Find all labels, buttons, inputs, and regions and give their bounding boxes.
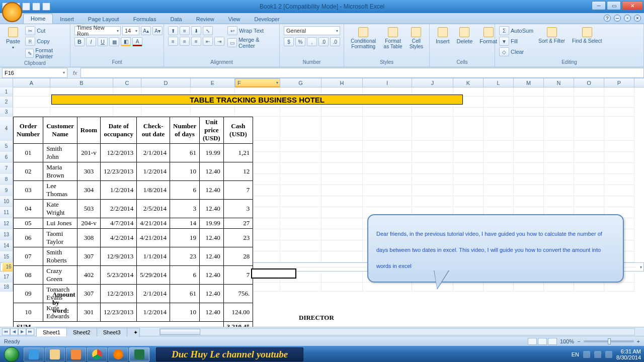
row-header[interactable]: 7 — [0, 163, 13, 174]
zoom-slider[interactable] — [584, 340, 634, 342]
column-header-A[interactable]: A — [13, 78, 50, 87]
column-header-F[interactable]: F — [235, 78, 280, 87]
decrease-font-icon[interactable]: A▾ — [152, 26, 163, 35]
column-header-O[interactable]: O — [574, 78, 604, 87]
row-header[interactable]: 18 — [0, 283, 13, 292]
merge-center-label[interactable]: Merge & Center — [238, 37, 275, 49]
autosum-label[interactable]: AutoSum — [511, 28, 533, 34]
row-header[interactable]: 9 — [0, 185, 13, 196]
row-header[interactable]: 3 — [0, 108, 13, 117]
cell-styles-button[interactable]: Cell Styles — [408, 26, 425, 50]
column-header-D[interactable]: D — [141, 78, 191, 87]
row-header[interactable]: 15 — [0, 251, 13, 262]
comma-icon[interactable]: , — [307, 37, 317, 46]
ribbon-min-icon[interactable]: ─ — [614, 15, 621, 22]
row-header[interactable]: 2 — [0, 97, 13, 108]
wrap-text-icon[interactable]: ↩ — [227, 26, 237, 35]
tray-network-icon[interactable] — [594, 351, 601, 358]
row-header[interactable]: 8 — [0, 174, 13, 185]
decrease-indent-icon[interactable]: ⇤ — [203, 37, 213, 46]
fx-icon[interactable]: fx — [69, 70, 80, 76]
redo-icon[interactable] — [22, 3, 30, 11]
column-header-C[interactable]: C — [113, 78, 141, 87]
column-header-H[interactable]: H — [321, 78, 363, 87]
align-top-icon[interactable]: ⬆ — [168, 26, 178, 35]
delete-cells-button[interactable]: Delete — [455, 26, 475, 45]
column-header-N[interactable]: N — [544, 78, 574, 87]
page-break-view-icon[interactable] — [548, 338, 557, 345]
border-button[interactable]: ▦ — [109, 37, 119, 46]
decrease-decimal-icon[interactable]: .0 — [330, 37, 340, 46]
taskbar-ie-icon[interactable] — [24, 347, 44, 361]
insert-cells-button[interactable]: Insert — [434, 26, 452, 45]
format-painter-label[interactable]: Format Painter — [35, 47, 66, 59]
page-layout-view-icon[interactable] — [538, 338, 547, 345]
maximize-button[interactable]: ▭ — [607, 1, 621, 10]
column-header-M[interactable]: M — [514, 78, 544, 87]
row-header[interactable]: 5 — [0, 141, 13, 152]
zoom-value[interactable]: 100% — [560, 338, 574, 344]
sheet-nav-first-icon[interactable]: ⏮ — [2, 328, 10, 335]
tab-data[interactable]: Data — [163, 15, 189, 24]
tab-review[interactable]: Review — [189, 15, 221, 24]
paste-button[interactable]: Paste▾ — [4, 26, 22, 51]
tab-developer[interactable]: Developer — [247, 15, 286, 24]
column-header-E[interactable]: E — [191, 78, 235, 87]
tab-page-layout[interactable]: Page Layout — [81, 15, 126, 24]
column-header-L[interactable]: L — [484, 78, 514, 87]
column-header-B[interactable]: B — [50, 78, 113, 87]
conditional-formatting-button[interactable]: Conditional Formatting — [348, 26, 378, 50]
align-middle-icon[interactable]: ≡ — [180, 26, 190, 35]
find-select-button[interactable]: Find & Select — [570, 26, 604, 45]
column-header-G[interactable]: G — [280, 78, 321, 87]
fill-label[interactable]: Fill — [511, 38, 518, 44]
zoom-in-button[interactable]: + — [637, 338, 640, 344]
increase-font-icon[interactable]: A▴ — [141, 26, 151, 35]
tray-volume-icon[interactable] — [605, 351, 612, 358]
row-header[interactable]: 1 — [0, 87, 13, 97]
taskbar-media-icon[interactable] — [66, 347, 86, 361]
underline-button[interactable]: U — [98, 37, 108, 46]
start-button[interactable] — [0, 346, 23, 362]
currency-icon[interactable]: $ — [284, 37, 294, 46]
tray-lang[interactable]: EN — [572, 351, 579, 357]
row-header[interactable]: 14 — [0, 240, 13, 251]
align-right-icon[interactable]: ≡ — [191, 37, 201, 46]
taskbar-explorer-icon[interactable] — [45, 347, 65, 361]
column-header-K[interactable]: K — [453, 78, 484, 87]
horizontal-scrollbar[interactable] — [159, 328, 635, 335]
cut-label[interactable]: Cut — [37, 28, 45, 34]
autosum-icon[interactable]: Σ — [499, 26, 509, 35]
wrap-text-label[interactable]: Wrap Text — [239, 28, 264, 34]
row-header[interactable]: 12 — [0, 218, 13, 229]
row-header[interactable]: 4 — [0, 117, 13, 141]
increase-indent-icon[interactable]: ⇥ — [214, 37, 224, 46]
name-box[interactable]: F16 — [2, 68, 67, 78]
copy-icon[interactable]: ⎘ — [25, 37, 35, 46]
minimize-button[interactable]: ─ — [592, 1, 606, 10]
taskbar-excel-icon[interactable] — [129, 347, 149, 361]
column-header-I[interactable]: I — [363, 78, 412, 87]
italic-button[interactable]: I — [86, 37, 96, 46]
row-header[interactable]: 11 — [0, 207, 13, 218]
tab-home[interactable]: Home — [23, 14, 53, 24]
scrollbar-thumb[interactable] — [160, 329, 200, 335]
bold-button[interactable]: B — [74, 37, 85, 46]
taskbar-firefox-icon[interactable] — [108, 347, 128, 361]
sheet-nav-prev-icon[interactable]: ◀ — [10, 328, 18, 335]
font-color-button[interactable]: A — [132, 37, 142, 46]
help-icon[interactable]: ? — [604, 15, 611, 22]
ribbon-close-icon[interactable]: × — [634, 15, 641, 22]
number-format-select[interactable]: General — [284, 26, 340, 35]
tab-insert[interactable]: Insert — [53, 15, 81, 24]
close-button[interactable]: ✕ — [622, 1, 643, 10]
increase-decimal-icon[interactable]: .0 — [318, 37, 329, 46]
normal-view-icon[interactable] — [528, 338, 537, 345]
font-size-select[interactable]: 14 — [122, 26, 139, 35]
cut-icon[interactable]: ✂ — [25, 26, 35, 35]
align-bottom-icon[interactable]: ⬇ — [191, 26, 201, 35]
fill-color-button[interactable]: ◧ — [121, 37, 131, 46]
new-sheet-button[interactable]: ✦ — [127, 328, 140, 337]
tab-view[interactable]: View — [221, 15, 248, 24]
orientation-icon[interactable]: ⤡ — [203, 26, 213, 35]
